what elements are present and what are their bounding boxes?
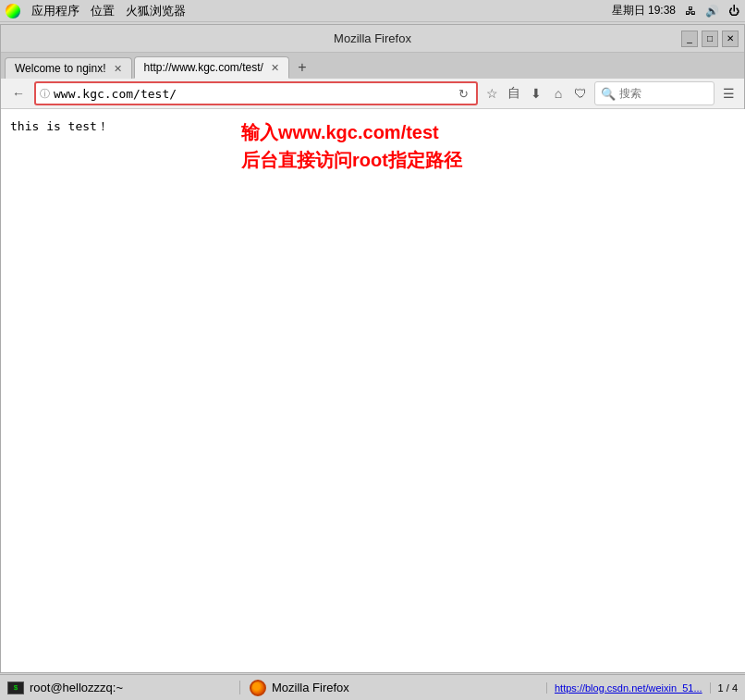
- reload-button[interactable]: ↻: [454, 84, 472, 103]
- menubar-right: 星期日 19:38 🖧 🔊 ⏻: [612, 3, 739, 18]
- annotation-line1: 输入www.kgc.com/test: [241, 118, 462, 146]
- window-title: Mozilla Firefox: [334, 31, 411, 45]
- menubar: 应用程序 位置 火狐浏览器 星期日 19:38 🖧 🔊 ⏻: [0, 0, 745, 22]
- power-icon: ⏻: [728, 5, 739, 18]
- firefox-label: Mozilla Firefox: [272, 681, 349, 694]
- maximize-button[interactable]: □: [702, 31, 718, 47]
- firefox-icon: [250, 680, 266, 696]
- close-button[interactable]: ✕: [722, 31, 739, 47]
- annotation: 输入www.kgc.com/test 后台直接访问root指定路径: [241, 118, 462, 174]
- menubar-left: 应用程序 位置 火狐浏览器: [6, 3, 186, 19]
- status-bar: $ root@hellozzzq:~ Mozilla Firefox https…: [0, 674, 745, 700]
- datetime: 星期日 19:38: [612, 3, 676, 18]
- search-input[interactable]: [619, 87, 702, 100]
- reader-icon[interactable]: 自: [504, 83, 524, 104]
- annotation-line2: 后台直接访问root指定路径: [241, 146, 462, 174]
- status-firefox[interactable]: Mozilla Firefox: [240, 680, 546, 696]
- search-icon: 🔍: [601, 87, 616, 101]
- tab-kgc[interactable]: http://www.kgc.com/test/ ✕: [134, 56, 289, 79]
- window-controls[interactable]: _ □ ✕: [681, 31, 739, 47]
- shield-icon[interactable]: 🛡: [570, 83, 591, 104]
- status-link-text: https://blog.csdn.net/weixin_51...: [555, 682, 702, 694]
- tab-kgc-close[interactable]: ✕: [271, 62, 279, 74]
- tab-nginx[interactable]: Welcome to nginx! ✕: [5, 57, 132, 79]
- title-bar: Mozilla Firefox _ □ ✕: [1, 25, 744, 53]
- terminal-label: root@hellozzzq:~: [30, 681, 123, 694]
- network-icon: 🖧: [685, 5, 696, 18]
- status-link[interactable]: https://blog.csdn.net/weixin_51...: [546, 682, 710, 694]
- browser-window: Mozilla Firefox _ □ ✕ Welcome to nginx! …: [0, 24, 745, 673]
- address-bar[interactable]: ⓘ ↻: [34, 81, 478, 105]
- page-content: this is test！ 输入www.kgc.com/test 后台直接访问r…: [1, 109, 745, 672]
- nav-icons: ☆ 自 ⬇ ⌂ 🛡: [482, 83, 591, 104]
- menu-item-app[interactable]: 应用程序: [31, 3, 79, 19]
- status-terminal[interactable]: $ root@hellozzzq:~: [0, 681, 240, 694]
- tab-bar: Welcome to nginx! ✕ http://www.kgc.com/t…: [1, 53, 744, 79]
- minimize-button[interactable]: _: [681, 31, 698, 47]
- download-icon[interactable]: ⬇: [526, 83, 546, 104]
- logo-icon: [6, 4, 20, 18]
- menu-button[interactable]: ☰: [718, 83, 739, 104]
- tab-nginx-close[interactable]: ✕: [114, 63, 122, 75]
- page-nav: 1 / 4: [710, 682, 745, 694]
- tab-kgc-label: http://www.kgc.com/test/: [144, 61, 263, 74]
- home-icon[interactable]: ⌂: [548, 83, 568, 104]
- app-logo: [6, 4, 20, 18]
- back-button[interactable]: ←: [6, 81, 31, 105]
- bookmark-icon[interactable]: ☆: [482, 83, 502, 104]
- menu-item-firefox[interactable]: 火狐浏览器: [126, 3, 186, 19]
- address-input[interactable]: [54, 87, 450, 101]
- tab-nginx-label: Welcome to nginx!: [15, 62, 106, 75]
- navbar: ← ⓘ ↻ ☆ 自 ⬇ ⌂ 🛡 🔍 ☰: [1, 79, 744, 109]
- new-tab-button[interactable]: +: [291, 56, 313, 79]
- search-bar[interactable]: 🔍: [594, 81, 714, 105]
- menu-item-location[interactable]: 位置: [91, 3, 115, 19]
- page-nav-text: 1 / 4: [718, 682, 738, 694]
- terminal-icon: $: [7, 682, 24, 694]
- info-icon: ⓘ: [40, 87, 50, 101]
- volume-icon: 🔊: [705, 5, 719, 18]
